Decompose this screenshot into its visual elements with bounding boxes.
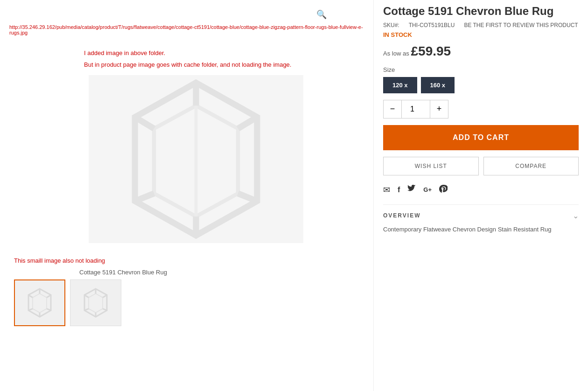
googleplus-share-icon[interactable]: G+ <box>423 186 432 193</box>
svg-marker-10 <box>33 293 47 313</box>
debug-url: http://35.246.29.162/pub/media/catalog/p… <box>9 24 364 35</box>
main-product-image <box>89 75 303 243</box>
svg-marker-18 <box>89 293 103 313</box>
wish-list-button[interactable]: WISH LIST <box>383 157 479 175</box>
facebook-share-icon[interactable]: f <box>398 186 400 194</box>
quantity-increase-button[interactable]: + <box>430 100 448 119</box>
overview-title: OVERVIEW <box>383 212 420 219</box>
size-button-120[interactable]: 120 x <box>383 77 417 93</box>
debug-message-1: I added image in above folder. <box>84 49 364 56</box>
overview-description: Contemporary Flatweave Chevron Design St… <box>383 225 579 234</box>
debug-message-2: But in product page image goes with cach… <box>84 61 364 68</box>
chevron-down-icon: ⌄ <box>573 211 579 220</box>
thumbnail-1[interactable] <box>14 279 65 326</box>
quantity-decrease-button[interactable]: − <box>383 100 402 119</box>
size-label: Size <box>383 66 579 73</box>
in-stock-badge: IN STOCK <box>383 31 579 38</box>
thumbnail-caption: Cottage 5191 Chevron Blue Rug <box>79 269 364 276</box>
overview-header[interactable]: OVERVIEW ⌄ <box>383 211 579 220</box>
review-link[interactable]: BE THE FIRST TO REVIEW THIS PRODUCT <box>464 22 578 28</box>
thumbnail-2[interactable] <box>70 279 121 326</box>
as-low-as-label: As low as <box>383 50 409 57</box>
search-icon[interactable]: 🔍 <box>316 10 327 19</box>
product-price: £59.95 <box>411 44 451 58</box>
small-image-label: This smaill image also not loading <box>14 257 364 264</box>
product-title: Cottage 5191 Chevron Blue Rug <box>383 5 579 18</box>
email-share-icon[interactable]: ✉ <box>383 185 390 195</box>
sku-value: THI-COT5191BLU <box>409 22 455 28</box>
sku-label: SKU#: <box>383 22 399 28</box>
pinterest-share-icon[interactable] <box>439 185 448 195</box>
twitter-share-icon[interactable] <box>407 185 416 195</box>
quantity-input[interactable] <box>402 100 430 119</box>
size-button-160[interactable]: 160 x <box>421 77 455 93</box>
compare-button[interactable]: COMPARE <box>483 157 579 175</box>
add-to-cart-button[interactable]: ADD TO CART <box>383 125 579 150</box>
